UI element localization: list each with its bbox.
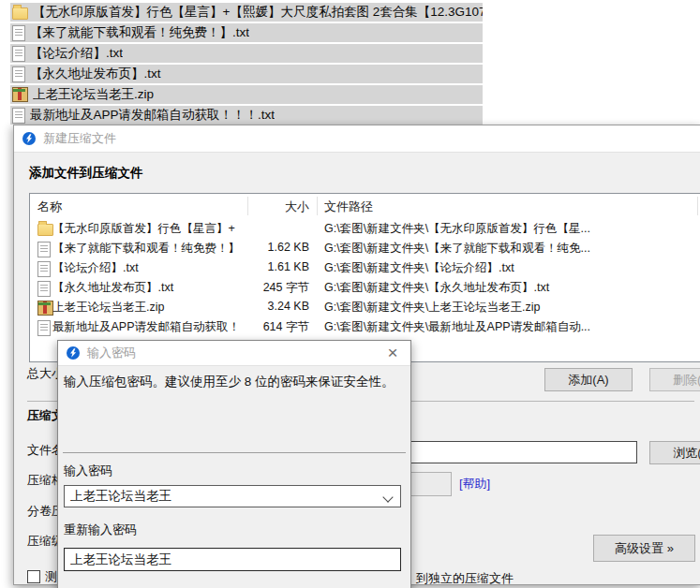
row-size: 3.24 KB [227, 300, 309, 313]
password-dialog-title: 输入密码 [87, 345, 136, 361]
file-label: 【来了就能下载和观看！纯免费！】.txt [30, 24, 249, 41]
column-divider [697, 197, 698, 215]
list-item[interactable]: 【无水印原版首发】行色【星言】+【熙媛】大尺度私拍套图 2套合集【12.3G10… [10, 3, 483, 22]
archive-dialog-titlebar[interactable]: 新建压缩文件 [14, 125, 700, 153]
row-path: G:\套图\新建文件夹\【论坛介绍】.txt [324, 260, 695, 276]
text-file-icon [37, 281, 51, 297]
list-item[interactable]: 【永久地址发布页】.txt [10, 65, 483, 83]
table-row[interactable]: 【永久地址发布页】.txt245 字节G:\套图\新建文件夹\【永久地址发布页】… [30, 278, 700, 298]
list-item[interactable]: 【论坛介绍】.txt [10, 44, 483, 63]
file-label: 【无水印原版首发】行色【星言】+【熙媛】大尺度私拍套图 2套合集【12.3G10… [33, 4, 483, 21]
row-size: 614 字节 [227, 319, 309, 335]
text-file-icon [12, 66, 25, 82]
table-row[interactable]: 上老王论坛当老王.zip3.24 KBG:\套图\新建文件夹\上老王论坛当老王.… [30, 298, 700, 317]
text-file-icon [37, 261, 51, 277]
file-label: 最新地址及APP请发邮箱自动获取！！！.txt [30, 107, 275, 124]
advanced-settings-button[interactable]: 高级设置 » [593, 535, 695, 562]
bandizip-logo-icon [67, 346, 80, 360]
browse-button[interactable]: 浏览(B) [649, 441, 700, 464]
delete-button[interactable]: 删除(D) [649, 368, 700, 391]
bandizip-logo-icon [22, 132, 36, 145]
column-header-name[interactable]: 名称 [37, 198, 62, 215]
row-path: G:\套图\新建文件夹\最新地址及APP请发邮箱自动... [324, 319, 695, 335]
row-name: 【永久地址发布页】.txt [52, 280, 240, 296]
password-message: 输入压缩包密码。建议使用至少 8 位的密码来保证安全性。 [64, 374, 395, 390]
column-divider [317, 197, 318, 215]
table-row[interactable]: 最新地址及APP请发邮箱自动获取！！！.txt614 字节G:\套图\新建文件夹… [30, 317, 700, 337]
folder-icon [37, 224, 53, 236]
separate-archive-label-fragment: 到独立的压缩文件 [416, 570, 514, 587]
password-combobox[interactable]: 上老王论坛当老王 [64, 485, 401, 507]
divider [63, 452, 406, 453]
table-row[interactable]: 【无水印原版首发】行色【星言】+【熙媛】大尺...G:\套图\新建文件夹\【无水… [30, 219, 700, 239]
help-link[interactable]: [帮助] [459, 476, 490, 492]
row-path: G:\套图\新建文件夹\【无水印原版首发】行色【星... [324, 221, 695, 237]
checkbox-icon[interactable] [27, 570, 40, 583]
row-size: 1.62 KB [227, 241, 309, 254]
table-row[interactable]: 【论坛介绍】.txt1.61 KBG:\套图\新建文件夹\【论坛介绍】.txt [30, 258, 700, 278]
file-label: 【论坛介绍】.txt [30, 45, 123, 62]
zip-file-icon [37, 301, 53, 316]
password-label: 输入密码 [64, 463, 112, 479]
password-dialog-titlebar[interactable]: 输入密码 [58, 341, 410, 366]
add-files-section-title: 添加文件到压缩文件 [29, 165, 143, 182]
password-dialog: 输入密码 × 输入压缩包密码。建议使用至少 8 位的密码来保证安全性。 输入密码… [57, 340, 411, 588]
row-name: 【来了就能下载和观看！纯免费！】.txt [52, 241, 240, 257]
text-file-icon [37, 320, 51, 336]
text-file-icon [37, 242, 51, 257]
row-size: 245 字节 [227, 280, 309, 296]
file-label: 【永久地址发布页】.txt [30, 66, 161, 82]
row-name: 【无水印原版首发】行色【星言】+【熙媛】大尺... [52, 221, 240, 237]
list-item[interactable]: 最新地址及APP请发邮箱自动获取！！！.txt [10, 106, 483, 125]
file-label: 上老王论坛当老王.zip [33, 86, 154, 103]
archive-dialog-title: 新建压缩文件 [43, 130, 116, 147]
zip-file-icon [12, 87, 28, 102]
list-item[interactable]: 【来了就能下载和观看！纯免费！】.txt [10, 23, 483, 42]
confirm-password-value: 上老王论坛当老王 [70, 551, 171, 568]
column-header-size[interactable]: 大小 [276, 198, 309, 215]
text-file-icon [12, 108, 25, 124]
column-header-path[interactable]: 文件路径 [324, 198, 373, 215]
chevron-down-icon[interactable] [382, 492, 393, 502]
row-path: G:\套图\新建文件夹\【永久地址发布页】.txt [324, 280, 695, 296]
folder-icon [12, 7, 28, 20]
row-path: G:\套图\新建文件夹\【来了就能下载和观看！纯免... [324, 241, 695, 257]
text-file-icon [12, 46, 25, 62]
text-file-icon [12, 25, 25, 41]
row-name: 最新地址及APP请发邮箱自动获取！！！.txt [52, 319, 240, 335]
row-name: 上老王论坛当老王.zip [52, 300, 240, 316]
row-name: 【论坛介绍】.txt [52, 260, 240, 276]
row-size: 1.61 KB [227, 260, 309, 273]
confirm-password-label: 重新输入密码 [64, 522, 137, 538]
list-item[interactable]: 上老王论坛当老王.zip [10, 85, 483, 104]
row-path: G:\套图\新建文件夹\上老王论坛当老王.zip [324, 300, 695, 316]
file-table: 名称 大小 文件路径 【无水印原版首发】行色【星言】+【熙媛】大尺...G:\套… [29, 193, 700, 362]
add-button[interactable]: 添加(A) [544, 368, 633, 391]
confirm-password-input[interactable]: 上老王论坛当老王 [64, 548, 401, 571]
table-row[interactable]: 【来了就能下载和观看！纯免费！】.txt1.62 KBG:\套图\新建文件夹\【… [30, 239, 700, 258]
password-value: 上老王论坛当老王 [70, 488, 171, 505]
column-divider [247, 197, 248, 215]
close-icon[interactable]: × [380, 342, 405, 364]
